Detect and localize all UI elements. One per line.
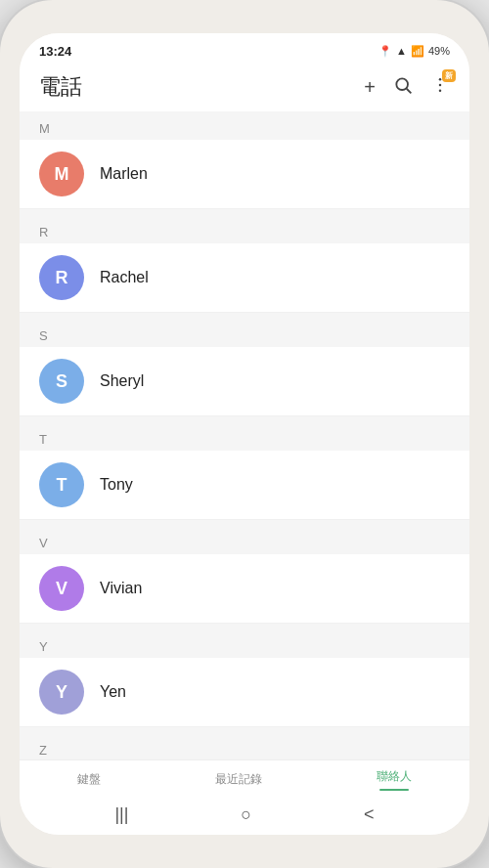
- name-rachel: Rachel: [100, 269, 149, 286]
- status-icons: 📍 ▲ 📶 49%: [378, 45, 450, 58]
- status-bar: 13:24 📍 ▲ 📶 49%: [20, 33, 469, 65]
- name-marlen: Marlen: [100, 165, 148, 183]
- section-r: R: [20, 215, 469, 243]
- avatar-vivian: V: [39, 566, 84, 611]
- avatar-marlen: M: [39, 152, 84, 196]
- bottom-nav: 鍵盤 最近記錄 聯絡人: [20, 760, 469, 797]
- svg-point-2: [439, 77, 442, 80]
- phone-frame: 13:24 📍 ▲ 📶 49% 電話 +: [0, 0, 489, 868]
- add-button[interactable]: +: [364, 76, 376, 99]
- search-button[interactable]: [393, 75, 413, 100]
- nav-recents-label: 最近記錄: [215, 771, 262, 788]
- name-tony: Tony: [100, 476, 133, 494]
- wifi-icon: ▲: [396, 45, 407, 57]
- nav-home-btn[interactable]: ○: [241, 804, 251, 825]
- more-button[interactable]: 新: [430, 75, 450, 100]
- avatar-yen: Y: [39, 670, 84, 715]
- svg-line-1: [407, 88, 412, 93]
- status-time: 13:24: [39, 44, 71, 59]
- contact-rachel[interactable]: R Rachel: [20, 243, 469, 313]
- nav-active-indicator: [379, 789, 409, 791]
- header-icons: + 新: [364, 75, 450, 100]
- contact-vivian[interactable]: V Vivian: [20, 554, 469, 624]
- name-yen: Yen: [100, 683, 126, 701]
- location-icon: 📍: [378, 45, 392, 58]
- nav-recents[interactable]: 最近記錄: [196, 771, 282, 788]
- battery-icon: 49%: [428, 45, 450, 57]
- nav-recents-btn[interactable]: |||: [114, 804, 128, 825]
- contact-marlen[interactable]: M Marlen: [20, 140, 469, 209]
- svg-point-0: [396, 78, 408, 90]
- contact-list: M M Marlen R R Rachel S S Sheryl T: [20, 111, 469, 760]
- contact-tony[interactable]: T Tony: [20, 451, 469, 520]
- name-vivian: Vivian: [100, 580, 142, 597]
- sys-nav: ||| ○ <: [20, 797, 469, 835]
- nav-keyboard-label: 鍵盤: [77, 771, 101, 788]
- nav-keyboard[interactable]: 鍵盤: [58, 771, 120, 788]
- new-badge: 新: [442, 69, 456, 82]
- svg-point-3: [439, 83, 442, 86]
- nav-contacts[interactable]: 聯絡人: [357, 768, 431, 791]
- signal-icon: 📶: [411, 45, 424, 58]
- section-z: Z: [20, 733, 469, 760]
- contact-sheryl[interactable]: S Sheryl: [20, 347, 469, 416]
- avatar-rachel: R: [39, 255, 84, 300]
- nav-contacts-label: 聯絡人: [377, 768, 412, 785]
- section-t: T: [20, 422, 469, 451]
- name-sheryl: Sheryl: [100, 372, 144, 390]
- avatar-sheryl: S: [39, 359, 84, 404]
- contact-yen[interactable]: Y Yen: [20, 658, 469, 727]
- app-header: 電話 + 新: [20, 65, 469, 111]
- section-s: S: [20, 319, 469, 347]
- section-m: M: [20, 111, 469, 140]
- section-y: Y: [20, 629, 469, 658]
- avatar-tony: T: [39, 462, 84, 507]
- nav-back-btn[interactable]: <: [364, 804, 375, 825]
- app-title: 電話: [39, 72, 82, 102]
- svg-point-4: [439, 89, 442, 92]
- section-v: V: [20, 526, 469, 554]
- phone-screen: 13:24 📍 ▲ 📶 49% 電話 +: [20, 33, 469, 835]
